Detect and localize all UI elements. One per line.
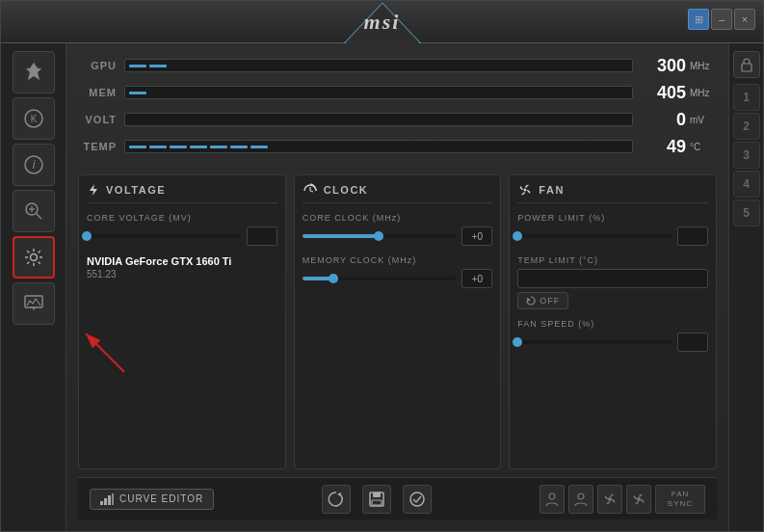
sidebar-btn-monitor[interactable] bbox=[13, 282, 55, 325]
sidebar-btn-overclock[interactable] bbox=[13, 51, 55, 93]
fan-speed-control: FAN SPEED (%) bbox=[517, 319, 708, 352]
profile-5-button[interactable]: 5 bbox=[733, 200, 760, 226]
fan-title: FAN bbox=[539, 184, 565, 196]
profile-2-button[interactable]: 2 bbox=[733, 113, 760, 140]
temp-limit-value bbox=[517, 269, 708, 288]
gaming-icon: K bbox=[23, 108, 44, 129]
sidebar-btn-search[interactable] bbox=[13, 190, 55, 232]
clock-panel-header: CLOCK bbox=[303, 183, 493, 203]
power-limit-label: POWER LIMIT (%) bbox=[517, 213, 708, 223]
fan-speed-label: FAN SPEED (%) bbox=[517, 319, 708, 329]
close-button[interactable]: × bbox=[734, 9, 755, 30]
svg-rect-21 bbox=[108, 495, 111, 505]
clock-title: CLOCK bbox=[324, 184, 369, 196]
voltage-panel-header: VOLTAGE bbox=[87, 183, 277, 203]
auto-off-button[interactable]: OFF bbox=[517, 292, 568, 309]
toolbar-right: FANSYNC bbox=[540, 485, 705, 514]
memory-clock-slider-row: +0 bbox=[303, 269, 493, 288]
save-button[interactable] bbox=[362, 485, 391, 514]
main-content: K i bbox=[1, 43, 763, 531]
gpu-bar bbox=[124, 59, 633, 72]
core-voltage-control: CORE VOLTAGE (MV) bbox=[87, 213, 277, 246]
reset-icon bbox=[328, 491, 345, 508]
svg-text:i: i bbox=[32, 158, 35, 172]
curve-editor-button[interactable]: CURVE EDITOR bbox=[90, 489, 214, 510]
app-window: msi ⊞ – × K bbox=[0, 0, 764, 532]
gpu-label: GPU bbox=[78, 60, 117, 71]
svg-point-10 bbox=[30, 254, 37, 261]
user-icon-1 bbox=[544, 492, 560, 507]
profile-lock[interactable] bbox=[733, 51, 760, 78]
core-clock-value: +0 bbox=[461, 226, 492, 246]
svg-point-27 bbox=[410, 492, 424, 506]
svg-point-28 bbox=[549, 493, 555, 499]
fan-sync-button[interactable]: FANSYNC bbox=[655, 485, 705, 514]
bottom-toolbar: CURVE EDITOR bbox=[78, 477, 717, 519]
profile-tab-1[interactable] bbox=[540, 485, 565, 514]
svg-rect-26 bbox=[372, 500, 382, 505]
memory-clock-label: MEMORY CLOCK (MHz) bbox=[303, 255, 493, 265]
sidebar-btn-info[interactable]: i bbox=[13, 144, 55, 186]
svg-line-7 bbox=[37, 214, 41, 219]
svg-rect-19 bbox=[100, 501, 103, 505]
fan-speed-track[interactable] bbox=[517, 340, 672, 344]
profile-4-button[interactable]: 4 bbox=[733, 171, 760, 198]
memory-clock-track[interactable] bbox=[303, 277, 457, 280]
mem-unit: MHz bbox=[690, 88, 717, 98]
sidebar-btn-gaming[interactable]: K bbox=[13, 97, 55, 140]
gpu-name: NVIDIA GeForce GTX 1660 Ti bbox=[87, 255, 277, 267]
lock-icon bbox=[740, 57, 753, 72]
profile-1-button[interactable]: 1 bbox=[733, 84, 760, 111]
volt-stat-row: VOLT 0 mV bbox=[78, 109, 717, 130]
refresh-icon bbox=[526, 296, 536, 306]
app-logo: msi bbox=[364, 10, 401, 35]
profile-tab-2[interactable] bbox=[568, 485, 593, 514]
core-clock-label: CORE CLOCK (MHz) bbox=[303, 213, 493, 223]
gpu-stat-row: GPU 300 MHz bbox=[78, 55, 717, 76]
mem-bar bbox=[124, 86, 633, 99]
profile-3-button[interactable]: 3 bbox=[733, 142, 760, 169]
settings-icon bbox=[23, 247, 44, 268]
temp-stat-row: TEMP 49 °C bbox=[78, 136, 717, 157]
mem-label: MEM bbox=[78, 87, 117, 98]
apply-button[interactable] bbox=[403, 485, 432, 514]
core-voltage-slider-row bbox=[87, 226, 277, 246]
mem-stat-row: MEM 405 MHz bbox=[78, 82, 717, 103]
off-label: OFF bbox=[540, 296, 560, 306]
svg-rect-25 bbox=[373, 492, 381, 497]
reset-button[interactable] bbox=[322, 485, 351, 514]
power-limit-track[interactable] bbox=[517, 234, 672, 238]
panels-section: VOLTAGE CORE VOLTAGE (MV) N bbox=[78, 174, 717, 469]
toolbar-left: CURVE EDITOR bbox=[90, 489, 214, 510]
svg-point-31 bbox=[637, 497, 641, 501]
save-icon bbox=[368, 491, 385, 508]
core-voltage-track[interactable] bbox=[87, 234, 241, 238]
fan-panel: FAN POWER LIMIT (%) TEMP LI bbox=[509, 174, 717, 469]
center-content: GPU 300 MHz MEM bbox=[66, 43, 728, 531]
clock-icon bbox=[303, 183, 318, 197]
sidebar-btn-settings[interactable] bbox=[13, 236, 55, 279]
info-icon: i bbox=[23, 154, 44, 175]
user-icon-2 bbox=[573, 492, 589, 507]
svg-point-17 bbox=[524, 189, 527, 192]
profile-tab-fan2[interactable] bbox=[626, 485, 651, 514]
temp-limit-control: TEMP LIMIT (°C) OFF bbox=[517, 255, 708, 309]
temp-limit-label: TEMP LIMIT (°C) bbox=[517, 255, 708, 265]
temp-value: 49 bbox=[633, 137, 686, 157]
svg-marker-23 bbox=[337, 492, 341, 496]
fan-panel-header: FAN bbox=[517, 183, 708, 203]
gpu-value: 300 bbox=[633, 56, 686, 76]
clock-panel: CLOCK CORE CLOCK (MHz) +0 ME bbox=[294, 174, 502, 469]
memory-clock-value: +0 bbox=[461, 269, 492, 288]
fan-tab-icon bbox=[602, 492, 618, 507]
svg-line-16 bbox=[310, 191, 313, 192]
minimize-button[interactable]: – bbox=[711, 9, 732, 30]
fan-speed-slider-row bbox=[517, 332, 708, 352]
windows-button[interactable]: ⊞ bbox=[688, 9, 709, 30]
gpu-driver: 551.23 bbox=[87, 269, 277, 279]
core-clock-track[interactable] bbox=[303, 234, 457, 238]
profile-tab-fan[interactable] bbox=[597, 485, 622, 514]
svg-rect-20 bbox=[104, 498, 107, 505]
svg-point-30 bbox=[608, 497, 612, 501]
temp-bar bbox=[124, 140, 633, 153]
